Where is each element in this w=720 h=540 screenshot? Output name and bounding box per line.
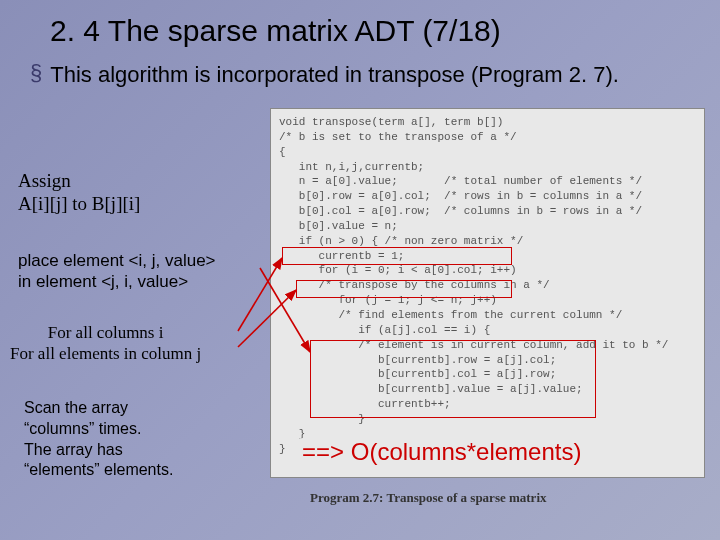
slide-title: 2. 4 The sparse matrix ADT (7/18) bbox=[0, 0, 720, 48]
bullet-text: This algorithm is incorporated in transp… bbox=[50, 62, 619, 88]
highlight-box-outer-loop bbox=[282, 247, 512, 265]
bullet-item: § This algorithm is incorporated in tran… bbox=[0, 48, 720, 88]
bullet-marker: § bbox=[30, 62, 42, 88]
highlight-box-inner-loop bbox=[296, 280, 512, 298]
annotation-scan: Scan the array “columns” times. The arra… bbox=[24, 398, 173, 481]
annotation-assign: Assign A[i][j] to B[j][i] bbox=[18, 170, 140, 216]
highlight-box-body bbox=[310, 340, 596, 418]
complexity: ==> O(columns*elements) bbox=[300, 438, 583, 466]
code-caption: Program 2.7: Transpose of a sparse matri… bbox=[310, 490, 547, 506]
annotation-loops: For all columns i For all elements in co… bbox=[10, 322, 201, 365]
annotation-place: place element <i, j, value> in element <… bbox=[18, 250, 216, 293]
